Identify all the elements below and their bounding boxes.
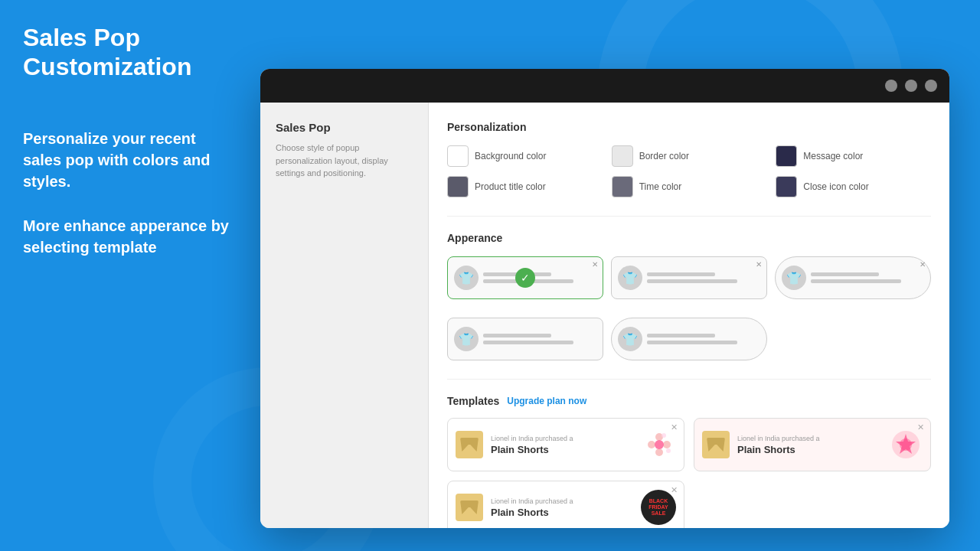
svg-point-5 <box>662 433 666 438</box>
line <box>647 272 715 276</box>
tshirt-icon-5: 👕 <box>618 327 642 351</box>
time-color-label: Time color <box>639 181 682 192</box>
window-titlebar <box>260 69 949 103</box>
template-3-image <box>456 494 483 521</box>
shorts-shape-1 <box>460 438 479 452</box>
template-2-text: Lionel in India purchased a Plain Shorts <box>737 435 881 455</box>
background-color-swatch[interactable] <box>447 145 469 167</box>
color-item-time: Time color <box>612 176 767 197</box>
border-color-label: Border color <box>639 151 689 161</box>
template-1-close[interactable]: ✕ <box>671 422 678 432</box>
template-3-text: Lionel in India purchased a Plain Shorts <box>491 497 633 518</box>
product-title-color-label: Product title color <box>475 181 546 192</box>
selected-check-badge: ✓ <box>515 268 535 288</box>
line <box>647 279 737 283</box>
message-color-swatch[interactable] <box>776 145 797 167</box>
lines-2 <box>647 272 760 283</box>
template-1-image <box>456 431 483 458</box>
template-1-text: Lionel in India purchased a Plain Shorts <box>491 435 635 455</box>
svg-point-4 <box>655 440 664 449</box>
appearance-grid-row2: 👕 👕 <box>447 318 931 360</box>
tshirt-icon-2: 👕 <box>618 266 642 290</box>
lines-5 <box>647 334 760 344</box>
left-desc-2: More enhance apperance by selecting temp… <box>23 215 237 258</box>
sidebar-title: Sales Pop <box>276 121 413 134</box>
line <box>647 341 737 344</box>
background-color-label: Background color <box>475 151 546 161</box>
appearance-template-5[interactable]: 👕 <box>611 318 767 360</box>
template-2-name: Plain Shorts <box>737 444 881 455</box>
templates-header: Templates Upgrade plan now <box>447 395 931 407</box>
window-body: Sales Pop Choose style of popup personal… <box>260 103 949 528</box>
appearance-template-2-close[interactable]: ✕ <box>756 260 762 269</box>
svg-point-3 <box>648 441 655 448</box>
appearance-template-2[interactable]: ✕ 👕 <box>611 256 767 299</box>
line <box>811 272 879 276</box>
lines-4 <box>483 334 596 344</box>
main-window: Sales Pop Choose style of popup personal… <box>260 69 949 528</box>
line <box>811 279 901 283</box>
left-panel: Sales Pop Customization Personalize your… <box>0 0 260 551</box>
left-desc-1: Personalize your recent sales pop with c… <box>23 128 237 192</box>
templates-grid: ✕ Lionel in India purchased a Plain Shor… <box>447 418 931 528</box>
lines-1 <box>483 272 596 283</box>
tshirt-icon-1: 👕 <box>454 266 479 290</box>
line <box>647 334 715 337</box>
template-2-purchased: Lionel in India purchased a <box>737 435 881 442</box>
template-card-2[interactable]: ✕ Lionel in India purchased a Plain Shor… <box>694 418 931 471</box>
sidebar-desc: Choose style of popup personalization la… <box>276 142 413 180</box>
appearance-template-1-close[interactable]: ✕ <box>592 260 598 269</box>
personalization-title: Personalization <box>447 121 931 133</box>
appearance-title: Apperance <box>447 232 931 244</box>
template-1-badge <box>642 428 676 461</box>
border-color-swatch[interactable] <box>612 145 633 167</box>
color-item-background: Background color <box>447 145 603 167</box>
product-title-color-swatch[interactable] <box>447 176 469 197</box>
svg-point-2 <box>655 448 663 456</box>
templates-title: Templates <box>447 395 499 407</box>
appearance-template-1[interactable]: ✕ 👕 ✓ <box>447 256 603 299</box>
template-card-3[interactable]: ✕ Lionel in India purchased a Plain Shor… <box>447 481 684 528</box>
lines-3 <box>811 272 924 283</box>
template-3-close[interactable]: ✕ <box>671 485 678 495</box>
divider-2 <box>447 379 931 380</box>
window-sidebar: Sales Pop Choose style of popup personal… <box>260 103 429 528</box>
close-icon-color-label: Close icon color <box>803 181 868 192</box>
close-icon-color-swatch[interactable] <box>776 176 797 197</box>
message-color-label: Message color <box>803 151 863 161</box>
window-btn-1[interactable] <box>885 80 897 92</box>
color-item-close-icon: Close icon color <box>776 176 931 197</box>
window-btn-3[interactable] <box>925 80 937 92</box>
appearance-template-4[interactable]: 👕 <box>447 318 603 360</box>
shorts-shape-3 <box>460 500 479 514</box>
template-1-purchased: Lionel in India purchased a <box>491 435 635 442</box>
appearance-grid-row1: ✕ 👕 ✓ ✕ 👕 <box>447 256 931 299</box>
svg-point-1 <box>663 441 671 448</box>
template-1-name: Plain Shorts <box>491 444 635 455</box>
line <box>483 334 551 337</box>
upgrade-link[interactable]: Upgrade plan now <box>507 396 586 406</box>
line <box>483 341 573 344</box>
shorts-shape-2 <box>707 438 725 452</box>
appearance-template-3-close[interactable]: ✕ <box>920 260 926 269</box>
template-3-name: Plain Shorts <box>491 507 633 518</box>
template-2-badge <box>889 428 923 461</box>
window-btn-2[interactable] <box>905 80 917 92</box>
tshirt-icon-3: 👕 <box>782 266 806 290</box>
appearance-template-3[interactable]: ✕ 👕 <box>775 256 931 299</box>
svg-point-6 <box>666 448 671 453</box>
tshirt-icon-4: 👕 <box>454 327 479 351</box>
template-card-1[interactable]: ✕ Lionel in India purchased a Plain Shor… <box>447 418 684 471</box>
color-item-product-title: Product title color <box>447 176 603 197</box>
time-color-swatch[interactable] <box>612 176 633 197</box>
content-area: Personalization Background color Border … <box>429 103 949 528</box>
page-title: Sales Pop Customization <box>23 23 237 82</box>
color-item-border: Border color <box>612 145 767 167</box>
template-2-image <box>702 431 730 458</box>
divider-1 <box>447 216 931 217</box>
appearance-empty-slot <box>775 318 931 360</box>
color-grid: Background color Border color Message co… <box>447 145 931 197</box>
template-3-purchased: Lionel in India purchased a <box>491 497 633 505</box>
template-2-close[interactable]: ✕ <box>917 422 924 432</box>
color-item-message: Message color <box>776 145 931 167</box>
